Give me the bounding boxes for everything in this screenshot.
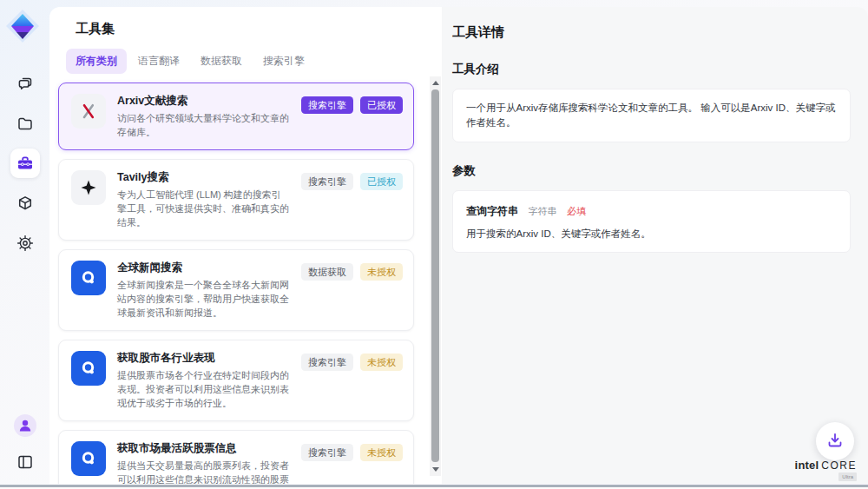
category-badge: 搜索引擎	[301, 354, 353, 371]
user-avatar	[14, 414, 36, 437]
tool-card[interactable]: 获取市场最活跃股票信息 提供当天交易量最高的股票列表，投资者可以利用这些信息来识…	[58, 430, 414, 484]
intro-text: 一个用于从Arxiv存储库搜索科学论文和文章的工具。 输入可以是Arxiv ID…	[466, 102, 836, 128]
sidebar-bottom	[0, 411, 49, 477]
auth-badge: 未授权	[360, 263, 403, 281]
page-title: 工具集	[76, 21, 442, 37]
param-name: 查询字符串	[466, 205, 518, 217]
folder-icon	[16, 115, 34, 132]
tool-card[interactable]: 全球新闻搜索 全球新闻搜索是一个聚合全球各大新闻网站内容的搜索引擎，帮助用户快速…	[58, 249, 414, 331]
category-tab-2[interactable]: 数据获取	[191, 49, 252, 74]
sidebar-item-files[interactable]	[10, 109, 40, 138]
cube-icon	[16, 195, 34, 212]
sidebar-item-plugins[interactable]	[10, 188, 40, 218]
auth-badge: 已授权	[360, 173, 403, 190]
tool-card[interactable]: 获取股市各行业表现 提供股票市场各个行业在特定时间段内的表现。投资者可以利用这些…	[58, 340, 414, 421]
sidebar-item-account[interactable]	[10, 411, 40, 440]
param-card: 查询字符串 字符串 必填 用于搜索的Arxiv ID、关键字或作者姓名。	[452, 190, 851, 253]
download-icon	[825, 431, 845, 453]
intel-core-logo: intel CORE Ultra	[795, 459, 857, 481]
params-heading: 参数	[452, 163, 851, 179]
tool-description: 全球新闻搜索是一个聚合全球各大新闻网站内容的搜索引擎，帮助用户快速获取全球最新资…	[117, 278, 290, 320]
scrollbar-thumb[interactable]	[431, 89, 439, 462]
category-badge: 搜索引擎	[301, 444, 353, 461]
category-badge: 数据获取	[301, 263, 353, 281]
gear-icon	[16, 235, 34, 252]
q-search-icon	[71, 441, 106, 476]
app-window: 工具集 所有类别语言翻译数据获取搜索引擎 Arxiv文献搜索 访问各个研究领域大…	[0, 0, 868, 489]
scrollbar-up-arrow[interactable]	[432, 81, 439, 85]
intel-wordmark: intel	[795, 459, 819, 472]
sidebar-item-settings[interactable]	[10, 228, 40, 258]
tool-title: 获取市场最活跃股票信息	[117, 441, 290, 456]
auth-badge: 未授权	[360, 444, 403, 461]
core-wordmark: CORE	[821, 459, 857, 472]
param-type: 字符串	[528, 206, 556, 216]
intro-heading: 工具介绍	[452, 62, 851, 77]
q-search-icon	[71, 261, 106, 295]
sidebar-item-tools[interactable]	[10, 149, 40, 178]
q-search-icon	[71, 351, 106, 386]
sidebar	[0, 0, 49, 489]
scrollbar-down-arrow[interactable]	[432, 467, 439, 472]
tool-description: 专为人工智能代理 (LLM) 构建的搜索引擎工具，可快速提供实时、准确和真实的结…	[117, 188, 290, 229]
chat-icon	[16, 75, 34, 92]
tool-card[interactable]: Tavily搜索 专为人工智能代理 (LLM) 构建的搜索引擎工具，可快速提供实…	[58, 159, 414, 241]
category-tab-1[interactable]: 语言翻译	[128, 49, 189, 74]
sidebar-nav	[0, 69, 49, 258]
tool-title: 获取股市各行业表现	[117, 351, 290, 366]
tool-description: 访问各个研究领域大量科学论文和文章的存储库。	[117, 111, 290, 139]
tool-description: 提供当天交易量最高的股票列表，投资者可以利用这些信息来识别流动性强的股票和潜在的…	[117, 459, 290, 484]
sidebar-item-chat[interactable]	[10, 69, 40, 98]
category-tab-0[interactable]: 所有类别	[66, 49, 127, 74]
auth-badge: 未授权	[360, 354, 403, 371]
arxiv-icon	[71, 94, 106, 129]
sidebar-item-panel-toggle[interactable]	[10, 447, 40, 477]
tool-card[interactable]: Arxiv文献搜索 访问各个研究领域大量科学论文和文章的存储库。 搜索引擎 已授…	[58, 83, 414, 150]
auth-badge: 已授权	[360, 96, 403, 114]
download-button[interactable]	[816, 422, 854, 460]
param-header: 查询字符串 字符串 必填	[466, 202, 837, 219]
category-badge: 搜索引擎	[301, 96, 353, 114]
param-description: 用于搜索的Arxiv ID、关键字或作者姓名。	[466, 227, 837, 241]
ultra-badge: Ultra	[838, 472, 857, 481]
toolbox-icon	[16, 154, 35, 173]
category-badge: 搜索引擎	[301, 173, 353, 190]
detail-title: 工具详情	[452, 24, 851, 41]
category-tab-3[interactable]: 搜索引擎	[253, 49, 314, 74]
list-scrollbar[interactable]	[430, 76, 441, 476]
app-logo	[5, 9, 40, 43]
category-tabs: 所有类别语言翻译数据获取搜索引擎	[66, 49, 442, 74]
tool-list-panel: 工具集 所有类别语言翻译数据获取搜索引擎 Arxiv文献搜索 访问各个研究领域大…	[49, 7, 442, 484]
intro-card: 一个用于从Arxiv存储库搜索科学论文和文章的工具。 输入可以是Arxiv ID…	[452, 89, 851, 142]
tool-title: Arxiv文献搜索	[117, 94, 290, 109]
tool-description: 提供股票市场各个行业在特定时间段内的表现。投资者可以利用这些信息来识别表现优于或…	[117, 368, 290, 410]
panel-toggle-icon	[16, 453, 34, 471]
tavily-star-icon	[71, 170, 106, 205]
tool-title: Tavily搜索	[117, 170, 290, 185]
param-required-badge: 必填	[567, 206, 586, 216]
tool-detail-panel: 工具详情 工具介绍 一个用于从Arxiv存储库搜索科学论文和文章的工具。 输入可…	[442, 7, 868, 484]
tool-list: Arxiv文献搜索 访问各个研究领域大量科学论文和文章的存储库。 搜索引擎 已授…	[58, 83, 414, 484]
tool-title: 全球新闻搜索	[117, 261, 290, 275]
